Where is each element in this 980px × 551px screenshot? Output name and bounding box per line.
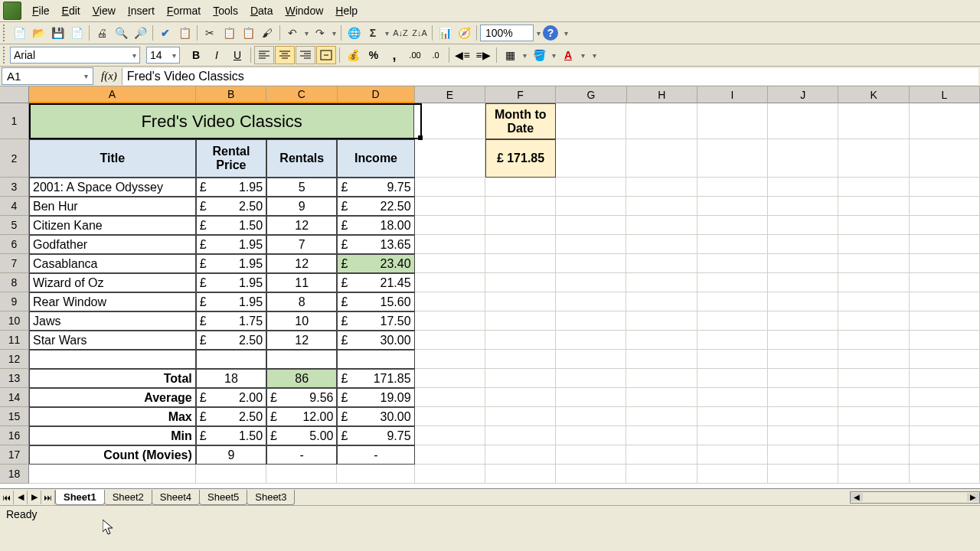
copy-button[interactable]: 📋 [220,24,238,42]
summary-c-14[interactable]: £9.56 [266,388,337,407]
movie-rentals-4[interactable]: 9 [266,197,337,216]
cell[interactable] [697,311,768,331]
font-size-select[interactable]: 14▾ [146,47,180,64]
cell[interactable] [838,331,909,350]
cell[interactable] [910,273,980,292]
next-sheet-button[interactable]: ▶ [28,491,41,504]
cell[interactable] [415,273,485,292]
column-header-B[interactable]: B [196,86,266,103]
cell[interactable] [556,103,626,139]
cell[interactable] [910,103,980,139]
select-all-corner[interactable] [0,86,29,103]
cell[interactable] [910,254,980,273]
header-income[interactable]: Income [337,139,414,178]
column-header-K[interactable]: K [838,86,909,103]
cell[interactable] [626,103,697,139]
column-header-I[interactable]: I [697,86,768,103]
movie-rentals-10[interactable]: 10 [266,311,337,331]
sort-asc-button[interactable]: A↓Z [391,24,410,42]
format-grip[interactable] [3,47,8,64]
cell[interactable] [626,426,697,445]
summary-d-17[interactable]: - [337,445,414,465]
cell[interactable] [697,178,768,197]
cell[interactable] [838,426,909,445]
movie-rentals-7[interactable]: 12 [266,254,337,273]
cell[interactable] [626,388,697,407]
cell[interactable] [838,292,909,311]
cell[interactable] [697,292,768,311]
cell[interactable] [556,426,626,445]
movie-income-9[interactable]: £15.60 [337,292,414,311]
summary-d-15[interactable]: £30.00 [337,407,414,426]
cell[interactable] [910,311,980,331]
cell[interactable] [697,369,768,388]
cell[interactable] [415,426,485,445]
movie-price-7[interactable]: £1.95 [196,254,266,273]
cell[interactable] [485,426,556,445]
spellcheck-button[interactable]: ✔ [156,24,175,42]
cell[interactable] [910,388,980,407]
menu-insert[interactable]: Insert [122,3,161,18]
undo-button[interactable]: ↶ [283,24,302,42]
movie-income-3[interactable]: £9.75 [337,178,414,197]
cell[interactable] [266,465,337,484]
cell[interactable] [697,350,768,369]
row-header-3[interactable]: 3 [0,178,29,197]
cell[interactable] [415,292,485,311]
cell[interactable] [485,388,556,407]
cell[interactable] [485,273,556,292]
summary-b-13[interactable]: 18 [196,369,266,388]
increase-decimal-button[interactable]: .00 [405,46,425,64]
cell[interactable] [910,331,980,350]
row-header-9[interactable]: 9 [0,292,29,311]
summary-c-16[interactable]: £5.00 [266,426,337,445]
cell[interactable] [626,292,697,311]
summary-b-16[interactable]: £1.50 [196,426,266,445]
cell-e1[interactable] [414,103,485,139]
movie-price-6[interactable]: £1.95 [196,235,266,254]
sheet-tab-sheet5[interactable]: Sheet5 [199,490,247,505]
align-left-button[interactable] [254,46,274,64]
movie-price-4[interactable]: £2.50 [196,197,266,216]
movie-rentals-9[interactable]: 8 [266,292,337,311]
cell[interactable] [768,292,838,311]
cell[interactable] [838,216,909,235]
cell[interactable] [697,235,768,254]
cell[interactable] [838,103,909,139]
cell[interactable] [768,311,838,331]
summary-label-16[interactable]: Min [29,426,196,445]
movie-title-4[interactable]: Ben Hur [29,197,196,216]
hyperlink-button[interactable]: 🌐 [345,24,363,42]
movie-title-3[interactable]: 2001: A Space Odyssey [29,178,196,197]
movie-price-11[interactable]: £2.50 [196,331,266,350]
cell[interactable] [768,445,838,465]
cell[interactable] [910,197,980,216]
bold-button[interactable]: B [186,46,206,64]
movie-income-6[interactable]: £13.65 [337,235,414,254]
cell[interactable] [485,178,556,197]
cell[interactable] [910,369,980,388]
summary-label-13[interactable]: Total [29,369,196,388]
header-title[interactable]: Title [29,139,196,178]
summary-c-13[interactable]: 86 [266,369,337,388]
format-overflow[interactable]: ▾ [590,51,598,60]
cell[interactable] [838,407,909,426]
scroll-left-button[interactable]: ◀ [851,493,863,501]
horizontal-scrollbar[interactable]: ◀ ▶ [850,491,980,504]
cell[interactable] [910,235,980,254]
cell[interactable] [556,178,626,197]
menu-help[interactable]: Help [329,3,364,18]
cell[interactable] [485,216,556,235]
menu-tools[interactable]: Tools [207,3,244,18]
row-header-16[interactable]: 16 [0,426,29,445]
redo-button[interactable]: ↷ [311,24,329,42]
cell[interactable] [697,465,768,484]
cell[interactable] [768,331,838,350]
spreadsheet-grid[interactable]: 123456789101112131415161718 ABCDEFGHIJKL… [0,86,980,488]
cell[interactable] [556,139,626,178]
row-header-1[interactable]: 1 [0,103,29,139]
first-sheet-button[interactable]: ⏮ [0,491,14,504]
cell[interactable] [626,254,697,273]
cell[interactable] [29,465,196,484]
cell[interactable] [415,216,485,235]
